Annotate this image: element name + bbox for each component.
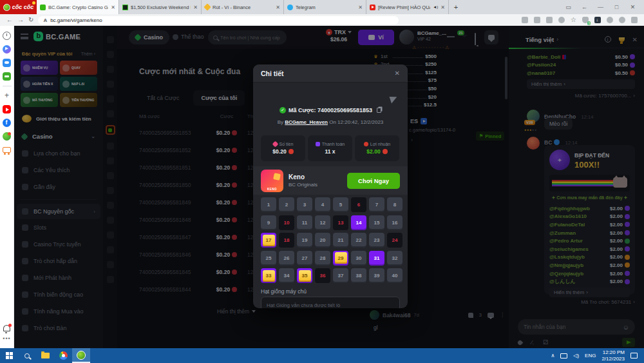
minimize-button[interactable]: — [597,4,604,10]
tab-close-icon[interactable]: ✕ [276,5,280,10]
url-field[interactable]: A bc.game/vi/game/keno [38,16,399,25]
site-info-icon[interactable]: A [43,17,47,23]
game-search[interactable] [208,30,287,44]
messenger-icon[interactable] [3,45,11,54]
sidebar-menu-icon[interactable] [21,34,28,39]
winner-name[interactable]: @Zumman [549,230,576,236]
winner-name[interactable]: @Nmjjqjaujyb [549,262,583,268]
winner-name[interactable]: @しんしん [549,278,576,285]
keno-game-icon[interactable]: KENO [261,170,283,192]
tab-close-icon[interactable]: ✕ [358,5,363,10]
browser-tab[interactable]: $1,500 Exclusive Weekend K ◄) ✕ [119,0,202,14]
sidebar-item[interactable]: Casino Trực tuyến [14,236,103,253]
chat-close-icon[interactable]: ✕ [632,36,638,43]
winner-name[interactable]: @Lsskqtdujyb [549,254,585,260]
taskbar-search-icon[interactable] [18,348,36,363]
user-info[interactable]: BCGame_... VIP 42 [417,30,446,41]
sidebar-item[interactable]: Tính biến động cao [14,286,103,303]
more-options-icon[interactable]: ••• [3,335,10,342]
translate-icon[interactable] [546,17,553,23]
promo-tile[interactable]: MÃ THƯỞNG [21,93,58,107]
sidebar-item[interactable]: Slots [14,219,103,236]
sidebar-item-casino[interactable]: Casino ⌄ [14,128,103,145]
category-icon[interactable] [107,217,114,224]
bookmark-star-icon[interactable]: ☆ [571,17,576,23]
volume-icon[interactable]: ◁) [573,353,579,358]
search-input[interactable] [220,35,281,41]
back-icon[interactable]: ← [6,17,13,23]
winner-name[interactable]: @FulanoDeTal [549,222,585,228]
promo-tile[interactable]: NẠP LẠI [60,77,97,91]
file-explorer-icon[interactable] [36,348,54,363]
game-code-link[interactable]: Mã Trò chơi: 5674231› [544,299,635,305]
referral-row[interactable]: Giới thiệu và kiếm tiền [14,108,103,128]
server-seed-input[interactable] [261,297,400,308]
avatar[interactable] [527,137,540,150]
category-icon[interactable] [107,142,114,150]
sidebar-item[interactable]: Trò chơi Bàn [14,320,103,337]
bell-icon[interactable] [475,34,476,45]
play-now-button[interactable]: Chơi Ngay [347,173,400,189]
category-icon[interactable] [106,125,115,135]
language-indicator[interactable]: ENG [585,353,596,358]
category-icon[interactable] [107,95,114,103]
history-icon[interactable] [3,32,11,40]
topic-title-row[interactable]: ES [410,118,427,124]
winner-name[interactable]: @AlexaGo1610 [549,213,587,219]
sidebar-item[interactable]: BC Nguyên gốc › [17,204,100,219]
scrollbar-thumb[interactable] [505,57,507,99]
new-tab-button[interactable]: + [449,0,463,14]
sidebar-item[interactable]: Mới Phát hành [14,270,103,286]
sidebar-item[interactable]: Trò chơi hấp dẫn [14,253,103,270]
forum-post[interactable]: Bak4wai68 7d 3 ⋮ gl [370,310,505,331]
browser-tab[interactable]: Rút - Ví - Binance ◄) ✕ [202,0,284,14]
like-icon[interactable] [468,313,473,318]
reload-icon[interactable]: ↻ [28,17,33,23]
winner-name[interactable]: @Pedro Artur [549,238,583,244]
coccoc-brand[interactable]: cốc cốc [0,0,37,14]
category-icon[interactable] [107,66,114,73]
screenshot-icon[interactable]: ▭ [565,4,572,10]
browser-ball-icon[interactable] [3,132,11,141]
add-shortcut-icon[interactable]: + [3,92,11,100]
post-avatar[interactable] [370,310,379,320]
download-tray-icon[interactable] [534,17,540,23]
category-icon[interactable] [107,202,114,209]
bets-tab[interactable]: Tất cả Cược [139,90,187,106]
category-icon[interactable] [107,51,114,58]
chat-toggle-button[interactable] [484,30,498,44]
command-icon[interactable]: ⁄. [531,339,534,346]
send-button[interactable] [622,338,635,347]
extensions-icon[interactable] [607,17,613,23]
tab-audio-icon[interactable]: ◄) [433,5,438,9]
maximize-button[interactable]: □ [613,4,620,10]
category-icon[interactable] [107,81,114,88]
category-icon[interactable] [107,246,114,253]
show-more-button[interactable]: Hiển thị thêm [217,308,256,315]
start-button[interactable] [0,348,18,363]
share-icon[interactable] [558,17,565,23]
rain-icon[interactable] [517,339,524,346]
category-icon[interactable] [107,261,114,268]
balance-selector[interactable]: ▾ TRX $26.06 [322,29,355,43]
modal-close-icon[interactable]: ✕ [395,70,400,77]
wallet-button[interactable]: Ví [358,30,394,45]
game-name[interactable]: Keno [289,173,317,181]
category-icon[interactable] [107,187,114,194]
promo-tile[interactable]: NHIỆM VỤ [21,61,58,75]
tab-close-icon[interactable]: ✕ [440,5,445,10]
category-icon[interactable] [107,110,114,117]
show-more-button[interactable]: Hiển thị thêm› [549,288,630,297]
emoji-icon[interactable]: ☺ [623,324,629,331]
winner-name[interactable]: @Fusiion24 [527,62,556,68]
trophy-icon[interactable] [619,37,625,42]
chat-message-input[interactable] [524,324,623,330]
bet-code-link[interactable]: Mã cược: 1757600700...› [527,93,635,99]
bcgame-logo[interactable]: BC.GAME [33,32,80,41]
browser-tab[interactable]: [Review Phim] HÀO QUA ◄) ✕ [366,0,449,14]
clock[interactable]: 12:20 PM 2/12/2023 [601,349,625,362]
post-menu-icon[interactable]: ⋮ [500,312,505,318]
category-icon[interactable] [107,157,114,164]
action-center-icon[interactable] [630,353,638,358]
category-icon[interactable] [107,231,114,239]
